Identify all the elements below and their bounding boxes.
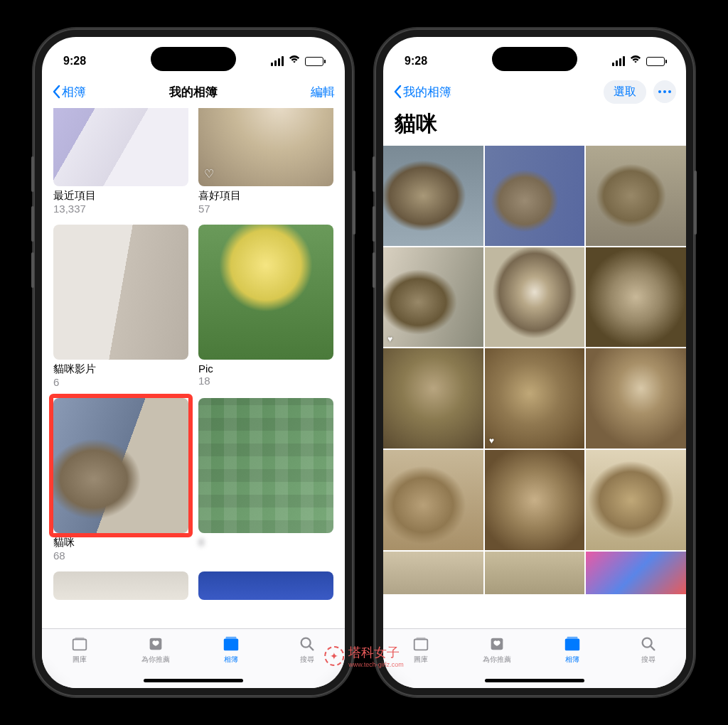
tab-label: 為你推薦 — [483, 655, 511, 665]
library-icon — [412, 635, 430, 653]
svg-rect-0 — [73, 640, 87, 650]
watermark-text: 塔科女子 — [348, 645, 400, 660]
back-button[interactable]: 我的相簿 — [393, 84, 451, 100]
photo-cell[interactable] — [383, 450, 483, 550]
svg-rect-4 — [226, 637, 237, 639]
album-thumb — [198, 225, 333, 360]
wifi-icon — [629, 55, 642, 68]
back-label: 我的相簿 — [403, 84, 451, 100]
select-button[interactable]: 選取 — [604, 80, 646, 104]
svg-line-6 — [309, 646, 314, 650]
photo-cell[interactable] — [383, 348, 483, 449]
album-cat[interactable]: 貓咪 68 — [53, 398, 188, 562]
album-name: 貓咪 — [53, 536, 188, 549]
tab-label: 圖庫 — [73, 655, 87, 665]
tab-search[interactable]: 搜尋 — [611, 629, 687, 688]
svg-rect-13 — [565, 639, 579, 651]
heart-icon: ♡ — [204, 167, 214, 181]
home-indicator[interactable] — [485, 679, 584, 682]
photo-cell[interactable] — [586, 247, 686, 348]
album-recent[interactable]: 最近項目 13,337 — [53, 108, 188, 215]
photo-cell[interactable] — [383, 552, 483, 594]
tab-library[interactable]: 圖庫 — [42, 629, 118, 688]
photo-cell[interactable] — [485, 146, 585, 246]
photo-cell[interactable] — [586, 146, 686, 246]
back-label: 相簿 — [62, 84, 86, 100]
wifi-icon — [288, 55, 301, 68]
album-count: 57 — [198, 203, 333, 215]
battery-icon — [646, 57, 665, 66]
home-indicator[interactable] — [144, 679, 243, 682]
tab-label: 圖庫 — [414, 655, 428, 665]
svg-rect-1 — [75, 638, 85, 640]
svg-point-9 — [668, 90, 671, 93]
status-time: 9:28 — [63, 55, 86, 68]
screen-right: 9:28 我的相簿 選取 貓咪 — [383, 37, 686, 688]
photo-cell[interactable] — [485, 247, 585, 348]
album-count: 13,337 — [53, 203, 188, 215]
ellipsis-icon — [658, 90, 671, 93]
photo-cell[interactable] — [586, 348, 686, 449]
album-thumb — [53, 108, 188, 186]
photos-content[interactable]: ♥ ♥ — [383, 146, 686, 628]
album-thumb — [198, 398, 333, 533]
search-icon — [639, 635, 658, 653]
album-thumb — [53, 398, 188, 533]
svg-rect-10 — [414, 640, 428, 650]
battery-icon — [305, 57, 323, 66]
albums-content[interactable]: 最近項目 13,337 ♡ 喜好項目 57 貓咪影片 6 — [42, 108, 345, 628]
album-name: Pic — [198, 362, 333, 375]
album-blurred[interactable]: 8 — [198, 398, 333, 562]
status-indicators — [271, 55, 323, 68]
album-thumb: ♡ — [198, 108, 333, 186]
photo-cell[interactable]: ♥ — [485, 348, 585, 449]
photo-cell[interactable] — [586, 552, 686, 594]
cellular-icon — [271, 56, 284, 66]
watermark-sub: www.tech-girlz.com — [348, 661, 404, 668]
svg-rect-14 — [567, 637, 578, 639]
heart-icon: ♥ — [387, 334, 392, 344]
svg-point-7 — [658, 90, 661, 93]
edit-button[interactable]: 編輯 — [311, 84, 335, 100]
heart-icon: ♥ — [489, 436, 494, 446]
album-name: 喜好項目 — [198, 189, 333, 203]
album-count: 68 — [53, 549, 188, 562]
back-button[interactable]: 相簿 — [52, 84, 86, 100]
photo-cell[interactable] — [485, 450, 585, 550]
photo-cell[interactable] — [485, 552, 585, 594]
watermark-icon: ✦ — [324, 646, 344, 666]
photo-grid: ♥ ♥ — [383, 146, 686, 594]
dynamic-island — [492, 47, 577, 71]
chevron-left-icon — [393, 85, 402, 99]
more-button[interactable] — [653, 80, 676, 103]
album-pic[interactable]: Pic 18 — [198, 225, 333, 388]
status-time: 9:28 — [405, 55, 427, 68]
album-count: 8 — [198, 536, 333, 548]
photo-cell[interactable] — [383, 146, 483, 246]
album-favorites[interactable]: ♡ 喜好項目 57 — [198, 108, 333, 215]
dynamic-island — [151, 47, 236, 71]
page-title: 貓咪 — [383, 108, 686, 146]
album-partial[interactable] — [198, 571, 333, 600]
photo-cell[interactable] — [586, 450, 686, 550]
album-cat-video[interactable]: 貓咪影片 6 — [53, 225, 188, 388]
tab-label: 為你推薦 — [141, 655, 170, 665]
library-icon — [70, 635, 89, 653]
tab-label: 搜尋 — [641, 655, 655, 665]
photo-cell[interactable]: ♥ — [383, 247, 483, 348]
tab-label: 相簿 — [565, 655, 579, 665]
svg-line-16 — [651, 646, 655, 650]
screen-left: 9:28 相簿 我的相簿 編輯 最近項目 13,337 — [42, 37, 345, 688]
album-partial[interactable] — [53, 571, 188, 600]
tab-label: 搜尋 — [300, 655, 314, 665]
album-grid: 最近項目 13,337 ♡ 喜好項目 57 貓咪影片 6 — [42, 108, 345, 600]
svg-rect-3 — [224, 639, 238, 651]
cellular-icon — [612, 56, 625, 66]
nav-bar: 我的相簿 選取 — [383, 75, 686, 108]
album-thumb — [53, 571, 188, 600]
nav-title: 我的相簿 — [169, 84, 218, 100]
album-thumb — [53, 225, 188, 360]
album-name: 貓咪影片 — [53, 362, 188, 376]
chevron-left-icon — [52, 85, 60, 99]
phone-right: 9:28 我的相簿 選取 貓咪 — [375, 28, 695, 697]
